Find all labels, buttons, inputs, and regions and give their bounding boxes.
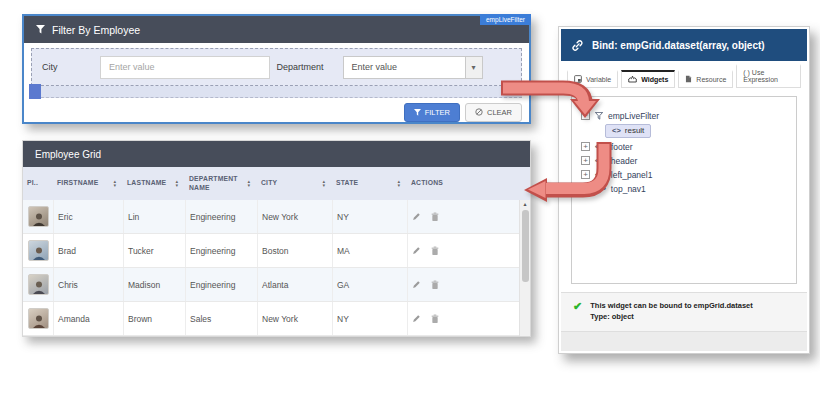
code-icon: </> [595, 156, 606, 165]
delete-icon[interactable] [431, 314, 439, 324]
employee-photo [28, 206, 49, 227]
scroll-up-icon[interactable]: ▴ [523, 200, 526, 209]
clear-button-label: CLEAR [487, 108, 512, 117]
column-state[interactable]: STATE▲▼ [332, 167, 407, 200]
expand-icon[interactable]: + [581, 170, 590, 179]
tree-node-top-nav[interactable]: + </> top_nav1 [581, 182, 787, 195]
tree-node-header[interactable]: + </> header [581, 154, 787, 167]
tree-node-emplivefilter[interactable]: − empLiveFilter [581, 109, 787, 122]
table-row[interactable]: Brad Tucker Engineering Boston MA [23, 234, 519, 268]
bind-dialog-header: Bind: empGrid.dataset(array, object) [561, 29, 807, 61]
cell-city: Atlanta [262, 280, 288, 290]
sort-icon[interactable]: ▲▼ [247, 180, 251, 188]
person-icon [31, 246, 47, 260]
tree-node-label: footer [611, 142, 633, 152]
tree-node-label: top_nav1 [611, 184, 646, 194]
column-lastname[interactable]: LASTNAME▲▼ [123, 167, 185, 200]
department-field: Department Enter value ▾ [277, 56, 512, 79]
cell-state: NY [337, 314, 349, 324]
person-icon [31, 314, 47, 328]
sort-icon[interactable]: ▲▼ [322, 180, 326, 188]
delete-icon[interactable] [431, 246, 439, 256]
bind-dialog-footer [561, 331, 807, 351]
tree-node-result[interactable]: <> result [605, 124, 651, 138]
code-icon: <> [612, 126, 621, 135]
cell-state: MA [337, 246, 350, 256]
cell-lastname: Tucker [128, 246, 154, 256]
filter-button[interactable]: FILTER [404, 103, 460, 122]
filter-panel-title: Filter By Employee [52, 24, 140, 36]
tree-node-label: left_panel1 [611, 170, 653, 180]
column-department[interactable]: DEPARTMENT NAME▲▼ [185, 167, 257, 200]
cell-state: NY [337, 212, 349, 222]
edit-icon[interactable] [412, 314, 421, 323]
sort-icon[interactable]: ▲▼ [113, 180, 117, 188]
grid-header-row: PI.. FIRSTNAME▲▼ LASTNAME▲▼ DEPARTMENT N… [23, 167, 530, 200]
filter-icon [414, 109, 421, 116]
cell-department: Engineering [190, 212, 235, 222]
table-row[interactable]: Amanda Brown Sales New York NY [23, 302, 519, 336]
grid-title: Employee Grid [23, 141, 530, 167]
department-select[interactable]: Enter value ▾ [343, 56, 483, 79]
sort-icon[interactable]: ▲▼ [397, 180, 401, 188]
cell-state: GA [337, 280, 349, 290]
sort-icon[interactable]: ▲▼ [175, 180, 179, 188]
cell-firstname: Chris [58, 280, 78, 290]
filter-actions-row: FILTER CLEAR [24, 98, 529, 126]
expand-icon[interactable]: + [581, 156, 590, 165]
edit-icon[interactable] [412, 212, 421, 221]
employee-grid-panel: Employee Grid PI.. FIRSTNAME▲▼ LASTNAME▲… [22, 140, 531, 337]
code-icon: </> [595, 170, 606, 179]
clear-button[interactable]: CLEAR [465, 103, 522, 122]
cell-department: Engineering [190, 280, 235, 290]
table-row[interactable]: Eric Lin Engineering New York NY [23, 200, 519, 234]
drag-resize-handle[interactable] [29, 84, 41, 99]
edit-icon[interactable] [412, 280, 421, 289]
expand-icon[interactable]: + [581, 184, 590, 193]
cell-firstname: Amanda [58, 314, 90, 324]
form-footer-strip [31, 86, 522, 98]
cell-department: Engineering [190, 246, 235, 256]
widgets-icon [628, 75, 637, 83]
tree-node-label: header [611, 156, 637, 166]
column-firstname[interactable]: FIRSTNAME▲▼ [53, 167, 123, 200]
tab-resource[interactable]: Resource [678, 70, 733, 88]
department-select-value: Enter value [344, 62, 465, 72]
tree-node-label: empLiveFilter [608, 111, 659, 121]
tab-resource-label: Resource [696, 76, 726, 83]
cell-firstname: Eric [58, 212, 73, 222]
table-row[interactable]: Chris Madison Engineering Atlanta GA [23, 268, 519, 302]
grid-body: Eric Lin Engineering New York NY Brad Tu… [23, 200, 530, 336]
variable-icon [574, 75, 582, 83]
cell-city: New York [262, 212, 298, 222]
column-picture: PI.. [23, 167, 53, 200]
tab-use-expression[interactable]: ( ) Use Expression [736, 64, 801, 88]
code-icon: </> [595, 142, 606, 151]
check-icon: ✔ [573, 300, 582, 323]
tab-variable[interactable]: Variable [567, 70, 618, 88]
employee-photo [28, 308, 49, 329]
scrollbar[interactable]: ▴ [519, 200, 530, 336]
cell-city: Boston [262, 246, 288, 256]
scrollbar-thumb[interactable] [522, 210, 529, 282]
widget-name-badge: empLiveFilter [480, 14, 531, 25]
tab-widgets[interactable]: Widgets [621, 70, 675, 88]
delete-icon[interactable] [431, 212, 439, 222]
code-icon: </> [595, 184, 606, 193]
city-input[interactable] [100, 56, 270, 79]
clear-icon [475, 108, 483, 116]
tree-node-left-panel[interactable]: + </> left_panel1 [581, 168, 787, 181]
column-city[interactable]: CITY▲▼ [257, 167, 332, 200]
expand-icon[interactable]: + [581, 142, 590, 151]
department-label: Department [277, 62, 343, 72]
edit-icon[interactable] [412, 246, 421, 255]
collapse-icon[interactable]: − [581, 111, 590, 120]
person-icon [31, 280, 47, 294]
delete-icon[interactable] [431, 280, 439, 290]
grid-rows: Eric Lin Engineering New York NY Brad Tu… [23, 200, 519, 336]
column-actions: ACTIONS [407, 167, 530, 200]
chevron-down-icon[interactable]: ▾ [465, 57, 482, 78]
tree-node-footer[interactable]: + </> footer [581, 140, 787, 153]
tab-variable-label: Variable [586, 76, 611, 83]
filter-by-employee-panel: empLiveFilter Filter By Employee City De… [22, 14, 531, 124]
